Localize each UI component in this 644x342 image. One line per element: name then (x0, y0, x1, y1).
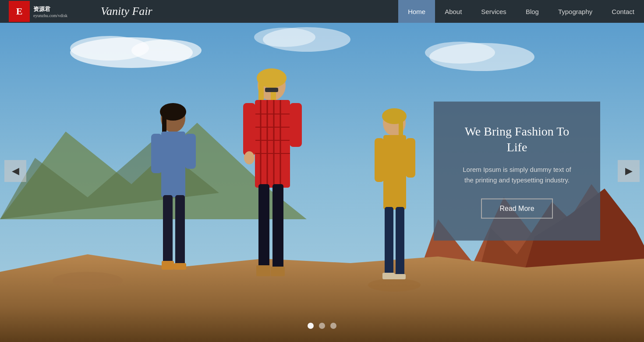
svg-rect-43 (258, 184, 269, 272)
read-more-button[interactable]: Read More (481, 198, 552, 218)
svg-rect-52 (406, 138, 415, 178)
svg-rect-19 (161, 132, 185, 197)
nav-links: Home About Services Blog Typography Cont… (398, 0, 644, 23)
nav-blog[interactable]: Blog (516, 0, 548, 23)
svg-rect-53 (385, 207, 393, 277)
slide-dot-2[interactable] (319, 323, 325, 329)
svg-rect-20 (151, 134, 162, 173)
arrow-left-icon: ◀ (12, 165, 19, 177)
slide-indicators (308, 323, 336, 329)
slide-dot-3[interactable] (330, 323, 336, 329)
hero-subtitle: Lorem Ipsum is simply dummy text of the … (458, 164, 576, 185)
svg-rect-45 (256, 265, 270, 276)
site-title: Vanity Fair (96, 5, 398, 18)
svg-rect-25 (174, 263, 186, 270)
brand-name: 资源君 (33, 5, 67, 13)
arrow-right-icon: ▶ (625, 165, 633, 177)
brand-icon: E (9, 1, 30, 22)
svg-point-3 (131, 39, 202, 61)
nav-typography[interactable]: Typography (548, 0, 602, 23)
svg-rect-51 (375, 138, 384, 182)
svg-rect-24 (162, 261, 174, 270)
slide-dot-1[interactable] (308, 323, 314, 329)
svg-rect-49 (399, 116, 403, 138)
hero-title: We Bring Fashion To Life (458, 124, 576, 156)
svg-rect-22 (163, 195, 173, 265)
svg-rect-41 (290, 103, 302, 147)
svg-point-14 (53, 272, 123, 289)
hero-overlay: We Bring Fashion To Life Lorem Ipsum is … (434, 102, 600, 241)
brand-link[interactable]: E 资源君 eyunzhu.com/vdisk (0, 1, 96, 22)
svg-rect-54 (396, 207, 404, 277)
prev-slide-button[interactable]: ◀ (4, 160, 26, 182)
navbar: E 资源君 eyunzhu.com/vdisk Vanity Fair Home… (0, 0, 644, 23)
next-slide-button[interactable]: ▶ (618, 160, 640, 182)
brand-sub: eyunzhu.com/vdisk (33, 13, 67, 18)
svg-rect-44 (272, 184, 283, 272)
brand-text: 资源君 eyunzhu.com/vdisk (33, 5, 67, 18)
svg-rect-55 (382, 273, 395, 279)
svg-rect-30 (265, 88, 278, 92)
svg-point-5 (254, 28, 315, 47)
nav-home[interactable]: Home (398, 0, 435, 23)
svg-rect-21 (185, 134, 196, 169)
nav-contact[interactable]: Contact (602, 0, 644, 23)
svg-point-7 (425, 42, 495, 64)
svg-rect-23 (175, 195, 185, 267)
svg-rect-40 (243, 103, 255, 156)
hero-section: E 资源君 eyunzhu.com/vdisk Vanity Fair Home… (0, 0, 644, 342)
svg-point-15 (368, 278, 421, 292)
svg-rect-56 (393, 274, 406, 279)
svg-rect-46 (271, 267, 285, 276)
svg-point-42 (244, 151, 255, 164)
svg-rect-50 (383, 135, 406, 210)
nav-about[interactable]: About (435, 0, 471, 23)
svg-marker-13 (0, 254, 644, 342)
nav-services[interactable]: Services (471, 0, 516, 23)
